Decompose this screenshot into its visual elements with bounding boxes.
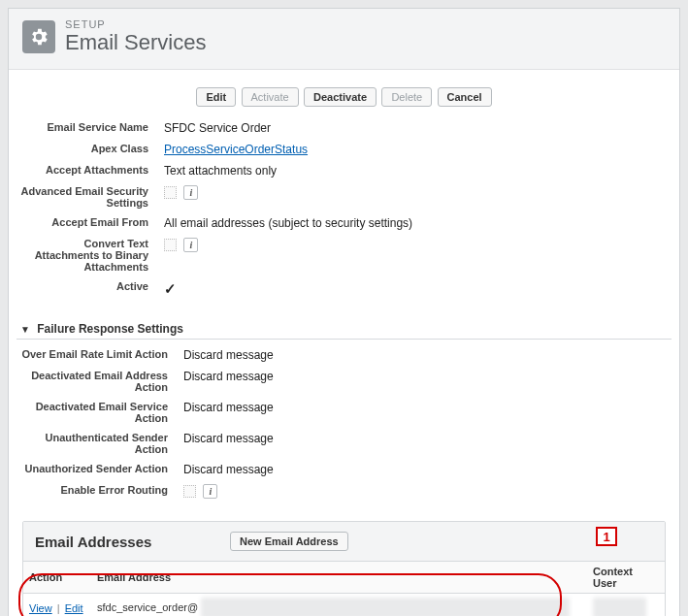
collapse-triangle-icon: ▼ [20,324,30,335]
info-icon[interactable]: i [183,238,198,252]
advanced-security-checkbox [164,186,177,199]
value-accept-attachments: Text attachments only [158,159,675,180]
label-deact-svc: Deactivated Email Service Action [13,396,178,427]
col-context-user: Context User [587,562,665,594]
label-unauthz-sender: Unauthorized Sender Action [13,458,178,479]
activate-button[interactable]: Activate [242,87,299,107]
email-addresses-table: Action Email Address Context User View |… [23,562,665,616]
value-deact-addr: Discard message [178,365,675,396]
label-email-service-name: Email Service Name [13,116,158,138]
value-unauthz-sender: Discard message [178,458,675,479]
checkmark-icon: ✓ [164,280,177,297]
gear-icon [28,26,49,48]
cancel-button[interactable]: Cancel [438,87,492,107]
info-icon[interactable]: i [203,484,217,499]
detail-table: Email Service Name SFDC Service Order Ap… [13,116,675,301]
header-text: SETUP Email Services [65,18,206,55]
edit-link[interactable]: Edit [65,602,83,614]
page-header: SETUP Email Services [9,9,679,70]
redacted-context-user [593,598,646,616]
redacted-email-domain [201,598,570,616]
delete-button[interactable]: Delete [381,87,432,107]
email-address-prefix: sfdc_service_order@ [97,601,198,613]
info-icon[interactable]: i [183,185,198,200]
page-title: Email Services [65,30,206,55]
value-deact-svc: Discard message [178,396,675,427]
failure-section-title: Failure Response Settings [37,322,183,336]
label-error-routing: Enable Error Routing [13,479,178,502]
deactivate-button[interactable]: Deactivate [304,87,377,107]
view-link[interactable]: View [29,602,52,614]
detail-body: Edit Activate Deactivate Delete Cancel E… [9,70,679,616]
label-deact-addr: Deactivated Email Address Action [13,365,178,396]
label-convert-text: Convert Text Attachments to Binary Attac… [13,233,158,276]
value-unauth-sender: Discard message [178,427,675,458]
failure-table: Over Email Rate Limit Action Discard mes… [13,343,675,502]
label-accept-email-from: Accept Email From [13,211,158,233]
setup-gear-badge [22,20,55,53]
edit-button[interactable]: Edit [196,87,236,107]
new-email-address-button[interactable]: New Email Address [230,532,348,551]
apex-class-link[interactable]: ProcessServiceOrderStatus [164,143,308,156]
label-advanced-security: Advanced Email Security Settings [13,180,158,211]
email-addresses-title: Email Addresses [35,534,229,550]
col-email: Email Address [91,562,587,594]
value-accept-email-from: All email addresses (subject to security… [158,211,675,233]
label-unauth-sender: Unauthenticated Sender Action [13,427,178,458]
label-active: Active [13,276,158,301]
error-routing-checkbox [183,485,196,498]
email-service-panel: SETUP Email Services Edit Activate Deact… [8,8,680,616]
header-eyebrow: SETUP [65,18,206,30]
label-accept-attachments: Accept Attachments [13,159,158,180]
label-over-rate: Over Email Rate Limit Action [13,343,178,365]
separator: | [55,602,62,614]
address-row: View | Edit sfdc_service_order@ [23,594,665,616]
label-apex-class: Apex Class [13,138,158,159]
callout-number: 1 [596,527,617,546]
email-addresses-header: Email Addresses New Email Address [23,522,665,562]
convert-text-checkbox [164,239,177,251]
value-over-rate: Discard message [178,343,675,365]
email-addresses-block: Email Addresses New Email Address Action… [22,521,666,616]
value-email-service-name: SFDC Service Order [158,116,675,138]
failure-section-header[interactable]: ▼ Failure Response Settings [16,318,672,340]
col-action: Action [23,562,91,594]
toolbar: Edit Activate Deactivate Delete Cancel [13,81,675,116]
